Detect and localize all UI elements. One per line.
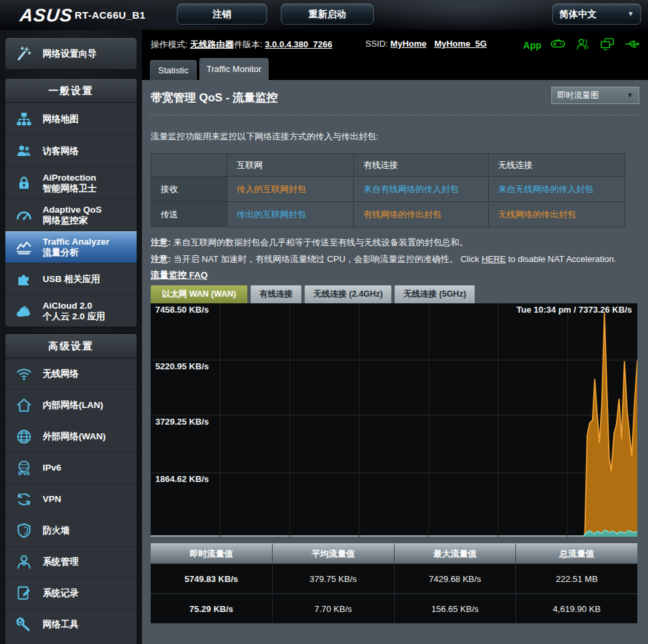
status-infobar: 操作模式: 无线路由器 固件版本: 3.0.0.4.380_7266 SSID:… [142, 30, 648, 58]
router-admin-page: ASUS RT-AC66U_B1 注销 重新启动 简体中文 ▼ 网络设置向导 一… [0, 0, 648, 644]
link-wired-rx[interactable]: 来自有线网络的传入封包 [363, 184, 459, 194]
usb-app-icon[interactable] [624, 36, 640, 54]
gauge-icon [5, 207, 43, 224]
sidebar-item-wireless[interactable]: 无线网络 [5, 358, 137, 389]
row-label-transmit: 传送 [151, 202, 227, 227]
sidebar-item-guest-network[interactable]: 访客网络 [5, 135, 137, 167]
reboot-button[interactable]: 重新启动 [281, 3, 374, 25]
tab-statistic[interactable]: Statistic [150, 60, 197, 80]
chevron-down-icon: ▼ [627, 4, 634, 24]
sidebar-item-label: Adaptive QoS 网络监控家 [43, 205, 102, 226]
sidebar-item-network-tools[interactable]: 网络工具 [5, 609, 137, 640]
client-list-icon[interactable] [575, 36, 591, 54]
home-icon [5, 397, 43, 414]
section-title-advanced: 高级设置 [5, 334, 137, 358]
disable-nat-link[interactable]: HERE [481, 254, 505, 264]
sidebar-item-label: 网络工具 [43, 619, 79, 630]
section-title-general: 一般设置 [5, 79, 137, 103]
op-mode-label: 操作模式: [151, 39, 188, 49]
sidebar-item-lan[interactable]: 内部网络(LAN) [5, 389, 137, 421]
app-link[interactable]: App [523, 40, 541, 51]
game-boost-icon[interactable] [550, 36, 566, 54]
sidebar-item-firewall[interactable]: 防火墙 [5, 515, 137, 546]
sidebar-item-usb-application[interactable]: USB 相关应用 [5, 263, 137, 295]
page-title: 带宽管理 QoS - 流量监控 [151, 90, 278, 105]
wifi-icon [5, 365, 43, 383]
y-axis-label: 7458.50 KB/s [155, 305, 209, 315]
sidebar-item-label: 网络地图 [43, 114, 79, 125]
cloud-icon [5, 303, 43, 320]
ssid-link-5g[interactable]: MyHome_5G [434, 39, 487, 49]
item-label-line2: 智能网络卫士 [43, 183, 97, 194]
sidebar-item-vpn[interactable]: VPN [5, 483, 137, 515]
admin-icon [5, 553, 43, 571]
traffic-monitor-faq-link[interactable]: 流量监控 FAQ [151, 269, 208, 281]
table-row: 传送 传出的互联网封包 有线网络的传出封包 无线网络的传出封包 [151, 202, 625, 227]
item-label-line1: Traffic Analyzer [43, 237, 109, 247]
note-link-pre: Click [461, 254, 479, 264]
sidebar-item-label: AiCloud 2.0 个人云 2.0 应用 [43, 301, 105, 322]
note-prefix: 注意: [151, 254, 171, 264]
chart-tab-wireless-24[interactable]: 无线连接 (2.4GHz) [305, 285, 391, 303]
link-internet-tx[interactable]: 传出的互联网封包 [237, 209, 306, 219]
sidebar-item-label: 系统管理 [43, 557, 79, 567]
chart-tab-wired[interactable]: 有线连接 [251, 285, 301, 303]
stats-header-current: 即时流量值 [151, 543, 273, 563]
ssid-label: SSID: [365, 39, 388, 49]
upload-average: 7.70 KB/s [273, 594, 395, 623]
traffic-chart: 7458.50 KB/s 5220.95 KB/s 3729.25 KB/s 1… [151, 303, 637, 537]
stats-header-total: 总流量值 [516, 543, 637, 563]
sidebar-item-adaptive-qos[interactable]: Adaptive QoS 网络监控家 [5, 199, 137, 231]
header-internet: 互联网 [227, 154, 354, 177]
note-text: 当开启 NAT 加速时，有线网络流量绕过 CPU，会影响流量监控的准确性。 [173, 254, 458, 264]
sidebar-item-aiprotection[interactable]: AiProtection 智能网络卫士 [5, 167, 137, 199]
note-link-post: to disable NAT Acceleration. [508, 254, 616, 264]
download-maximum: 7429.68 KB/s [395, 564, 517, 593]
sidebar-item-traffic-analyzer[interactable]: Traffic Analyzer 流量分析 [5, 231, 137, 263]
tab-traffic-monitor[interactable]: Traffic Monitor [199, 58, 269, 80]
sidebar-item-network-map[interactable]: 网络地图 [5, 103, 137, 135]
firmware-link[interactable]: 3.0.0.4.380_7266 [265, 39, 332, 49]
item-label-line2: 流量分析 [43, 247, 109, 258]
language-select[interactable]: 简体中文 ▼ [552, 3, 641, 25]
traffic-chart-canvas [151, 303, 637, 537]
router-model: RT-AC66U_B1 [75, 9, 145, 21]
content-panel: 带宽管理 QoS - 流量监控 即时流量图 ▼ 流量监控功能用来监控以下网络连接… [142, 80, 648, 644]
sidebar-item-wan[interactable]: 外部网络(WAN) [5, 421, 137, 452]
quick-icons: App [523, 36, 640, 54]
chart-timestamp-value: Tue 10:34 pm / 7373.26 KB/s [517, 305, 632, 315]
logout-button[interactable]: 注销 [177, 3, 267, 25]
lock-icon [5, 175, 43, 192]
item-label-line2: 网络监控家 [43, 215, 102, 226]
title-divider [151, 115, 639, 115]
view-mode-select[interactable]: 即时流量图 ▼ [551, 87, 639, 104]
sidebar-item-quick-setup-wizard[interactable]: 网络设置向导 [5, 38, 137, 70]
chart-tab-wan[interactable]: 以太网 WAN (WAN) [151, 285, 247, 303]
link-internet-rx[interactable]: 传入的互联网封包 [237, 184, 306, 194]
sidebar-item-ipv6[interactable]: IPv6 IPv6 [5, 452, 137, 483]
download-current: 5749.83 KB/s [151, 564, 273, 593]
sidebar-item-administration[interactable]: 系统管理 [5, 546, 137, 577]
remote-screens-icon[interactable] [599, 36, 615, 54]
sidebar-item-aicloud[interactable]: AiCloud 2.0 个人云 2.0 应用 [5, 295, 137, 327]
link-wireless-rx[interactable]: 来自无线网络的传入封包 [498, 184, 593, 194]
chart-tab-wireless-5[interactable]: 无线连接 (5GHz) [395, 285, 475, 303]
svg-text:IPv6: IPv6 [18, 470, 30, 477]
stats-header-maximum: 最大流量值 [395, 543, 517, 563]
ssid-link-24[interactable]: MyHome [391, 39, 427, 49]
y-axis-label: 1864.62 KB/s [155, 474, 209, 484]
sidebar-item-label: USB 相关应用 [43, 274, 100, 285]
syslog-icon [5, 585, 43, 602]
link-wireless-tx[interactable]: 无线网络的传出封包 [498, 209, 576, 219]
sidebar-item-label: 内部网络(LAN) [43, 400, 103, 411]
link-wired-tx[interactable]: 有线网络的传出封包 [363, 209, 441, 219]
stats-header-average: 平均流量值 [273, 543, 395, 563]
asus-logo: ASUS [19, 5, 73, 26]
note-1: 注意: 来自互联网的数据封包会几乎相等于传送至有线与无线设备装置的封包总和。 [151, 237, 468, 249]
sidebar-item-system-log[interactable]: 系统记录 [5, 577, 137, 609]
puzzle-icon [5, 271, 43, 288]
chevron-down-icon: ▼ [627, 87, 633, 103]
network-map-icon [5, 111, 43, 128]
language-label: 简体中文 [559, 9, 597, 19]
download-average: 379.75 KB/s [273, 564, 395, 593]
